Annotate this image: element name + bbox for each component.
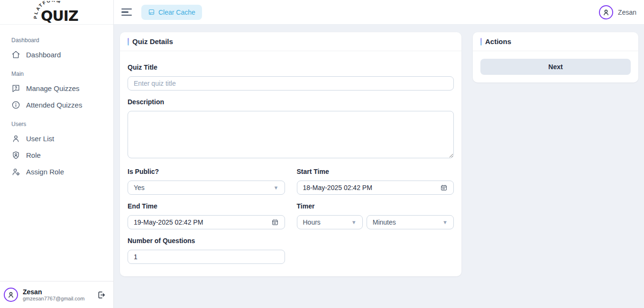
role-badge-icon [11, 151, 20, 160]
calendar-icon [271, 218, 279, 226]
nav-item-label: Dashboard [26, 51, 61, 59]
user-meta: Zesan gmzesan7767@gmail.com [23, 288, 92, 302]
avatar[interactable] [599, 5, 613, 19]
quiz-platform-logo-icon: PLATFORM QUIZ [28, 1, 85, 24]
nav-section-dashboard: Dashboard [11, 37, 102, 44]
start-time-label: Start Time [297, 168, 454, 175]
header-accent-bar [480, 38, 482, 45]
user-icon [11, 134, 20, 143]
avatar[interactable] [4, 288, 18, 302]
topbar-user-name: Zesan [618, 9, 636, 16]
main-area: Clear Cache Zesan Quiz Details Quiz Titl… [114, 0, 644, 308]
timer-minutes-value: Minutes [373, 218, 396, 226]
sidebar-user-area: Zesan gmzesan7767@gmail.com [0, 281, 113, 308]
actions-header: Actions [473, 32, 638, 51]
clear-cache-label: Clear Cache [158, 9, 195, 16]
num-questions-label: Number of Questions [128, 237, 285, 245]
description-label: Description [128, 98, 454, 106]
quiz-details-body: Quiz Title Description Is Public? Yes ▼ … [120, 51, 461, 276]
nav-item-label: Role [26, 151, 41, 159]
sidebar-item-manage-quizzes[interactable]: Manage Quizzes [0, 80, 113, 97]
card-title: Quiz Details [132, 37, 173, 45]
nav-section-users: Users [11, 121, 102, 127]
next-button[interactable]: Next [480, 59, 631, 75]
timer-label: Timer [297, 202, 454, 210]
sidebar-item-attended-quizzes[interactable]: Attended Quizzes [0, 97, 113, 113]
nav-item-label: Manage Quizzes [26, 84, 80, 92]
sidebar-nav: Dashboard Dashboard Main Manage Quizzes … [0, 25, 113, 308]
end-time-label: End Time [128, 202, 285, 210]
description-textarea[interactable] [128, 111, 454, 158]
info-circle-icon [11, 100, 20, 109]
clear-cache-button[interactable]: Clear Cache [141, 5, 202, 20]
logout-button[interactable] [97, 290, 106, 299]
start-time-input[interactable]: 18-May-2025 02:42 PM [297, 181, 454, 195]
card-title: Actions [485, 37, 511, 45]
person-icon [7, 290, 15, 299]
header-accent-bar [128, 38, 129, 45]
end-time-value: 19-May-2025 02:42 PM [134, 218, 203, 226]
nav-item-label: Assign Role [26, 168, 64, 176]
is-public-label: Is Public? [128, 168, 285, 175]
chevron-down-icon: ▼ [442, 220, 448, 225]
timer-hours-value: Hours [303, 218, 321, 226]
home-icon [11, 50, 20, 59]
user-email: gmzesan7767@gmail.com [23, 296, 92, 302]
sidebar-item-user-list[interactable]: User List [0, 130, 113, 147]
topbar: Clear Cache Zesan [114, 0, 644, 25]
cache-storage-icon [148, 9, 155, 16]
person-icon [602, 8, 610, 17]
sidebar-item-dashboard[interactable]: Dashboard [0, 46, 113, 63]
sidebar-item-role[interactable]: Role [0, 147, 113, 163]
logout-icon [97, 290, 106, 299]
calendar-icon [440, 184, 448, 191]
svg-text:QUIZ: QUIZ [41, 8, 78, 24]
actions-card: Actions Next [473, 32, 638, 82]
quiz-title-label: Quiz Title [128, 63, 454, 71]
assign-role-icon [11, 167, 20, 176]
actions-body: Next [473, 51, 638, 82]
app-logo[interactable]: PLATFORM QUIZ [0, 0, 113, 25]
quiz-message-icon [11, 84, 20, 93]
nav-section-main: Main [11, 71, 102, 77]
quiz-details-header: Quiz Details [120, 32, 461, 51]
is-public-select[interactable]: Yes ▼ [128, 181, 285, 195]
start-time-value: 18-May-2025 02:42 PM [303, 184, 372, 191]
num-questions-input[interactable] [128, 250, 285, 264]
user-name: Zesan [23, 288, 92, 296]
timer-minutes-select[interactable]: Minutes ▼ [367, 215, 454, 229]
sidebar-item-assign-role[interactable]: Assign Role [0, 163, 113, 180]
is-public-value: Yes [134, 184, 145, 191]
nav-item-label: Attended Quizzes [26, 101, 82, 109]
sidebar: PLATFORM QUIZ Dashboard Dashboard Main M… [0, 0, 114, 308]
timer-hours-select[interactable]: Hours ▼ [297, 215, 363, 229]
topbar-user[interactable]: Zesan [599, 5, 636, 19]
menu-toggle-button[interactable] [121, 9, 132, 16]
quiz-details-card: Quiz Details Quiz Title Description Is P… [120, 32, 461, 276]
quiz-title-input[interactable] [128, 76, 454, 91]
end-time-input[interactable]: 19-May-2025 02:42 PM [128, 215, 285, 229]
chevron-down-icon: ▼ [274, 185, 279, 190]
content: Quiz Details Quiz Title Description Is P… [114, 25, 644, 308]
chevron-down-icon: ▼ [351, 220, 357, 225]
nav-item-label: User List [26, 135, 54, 143]
